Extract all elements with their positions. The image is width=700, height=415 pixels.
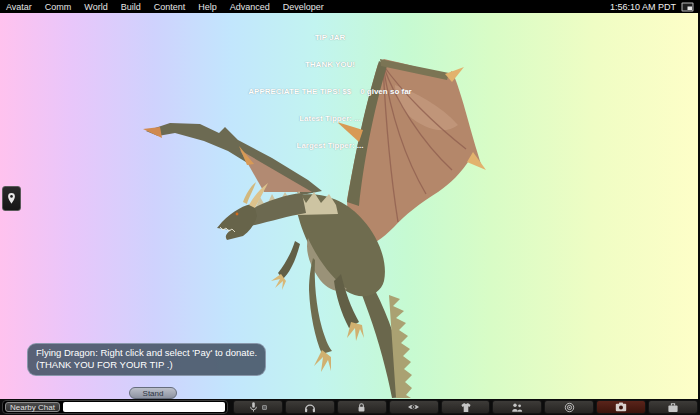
suitcase-icon — [667, 402, 679, 413]
headphones-icon — [304, 402, 316, 413]
destinations-button[interactable] — [544, 400, 594, 414]
stand-button[interactable]: Stand — [129, 387, 177, 399]
speak-latch-toggle[interactable] — [262, 405, 267, 410]
tipjar-line: THANK YOU! — [130, 60, 530, 69]
bottom-toolbar: Nearby Chat — [0, 399, 700, 415]
microphone-icon — [248, 401, 259, 413]
tipjar-line: APPRECIATE THE TIPS! $$ 0 given so far — [130, 87, 530, 96]
menu-content[interactable]: Content — [154, 2, 186, 12]
people-button[interactable] — [492, 400, 542, 414]
object-tooltip: Flying Dragon: Right click and select 'P… — [27, 343, 266, 376]
padlock-icon — [356, 402, 367, 413]
snapshot-button[interactable] — [596, 400, 646, 414]
tipjar-line: Largest Tipper: ... — [130, 141, 530, 150]
camera-view-button[interactable] — [389, 400, 439, 414]
outfits-button[interactable] — [441, 400, 491, 414]
menu-bar: Avatar Comm World Build Content Help Adv… — [0, 0, 700, 13]
world-viewport[interactable]: TIP JAR THANK YOU! APPRECIATE THE TIPS! … — [0, 13, 700, 399]
location-pin-icon — [6, 192, 17, 205]
target-icon — [564, 402, 575, 413]
shirt-icon — [460, 402, 472, 413]
menu-world[interactable]: World — [84, 2, 107, 12]
tooltip-line-1: Flying Dragon: Right click and select 'P… — [36, 347, 257, 359]
toolbar-button-row — [233, 400, 698, 414]
chat-bar: Nearby Chat — [2, 400, 228, 414]
menu-developer[interactable]: Developer — [283, 2, 324, 12]
inventory-button[interactable] — [648, 400, 698, 414]
nearby-chat-button[interactable]: Nearby Chat — [5, 402, 60, 412]
people-icon — [511, 402, 523, 413]
eye-icon — [407, 402, 420, 412]
lock-button[interactable] — [337, 400, 387, 414]
viewer-clock: 1:56:10 AM PDT — [610, 2, 676, 12]
menu-comm[interactable]: Comm — [45, 2, 72, 12]
places-pin-button[interactable] — [2, 186, 21, 211]
menu-help[interactable]: Help — [198, 2, 217, 12]
tipjar-line: TIP JAR — [130, 33, 530, 42]
tooltip-line-2: (THANK YOU FOR YOUR TIP .) — [36, 359, 257, 371]
camera-icon — [615, 402, 627, 412]
chat-input[interactable] — [63, 402, 225, 412]
voice-settings-button[interactable] — [285, 400, 335, 414]
menu-avatar[interactable]: Avatar — [6, 2, 32, 12]
menu-advanced[interactable]: Advanced — [230, 2, 270, 12]
tipjar-floating-text: TIP JAR THANK YOU! APPRECIATE THE TIPS! … — [130, 15, 530, 168]
speak-button[interactable] — [233, 400, 283, 414]
viewer-window: Avatar Comm World Build Content Help Adv… — [0, 0, 700, 415]
menu-build[interactable]: Build — [121, 2, 141, 12]
media-monitor-icon[interactable] — [681, 2, 694, 12]
tipjar-line: Latest Tipper: ... — [130, 114, 530, 123]
